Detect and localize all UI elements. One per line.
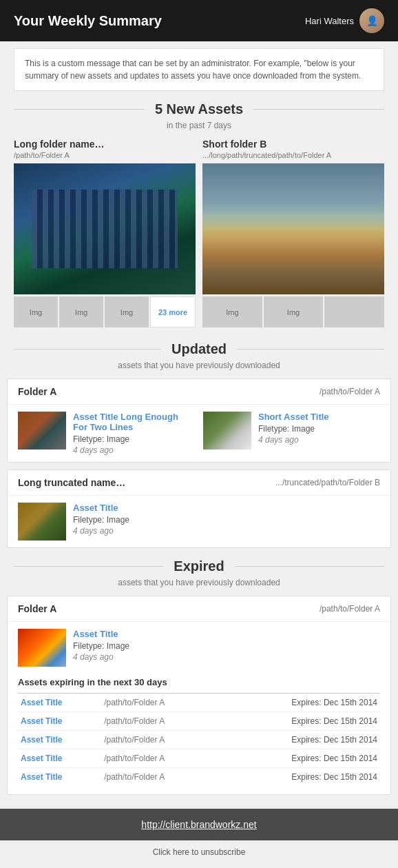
updated-divider: Updated <box>14 341 384 357</box>
asset-filetype-2: Filetype: Image <box>258 424 329 434</box>
folder-column-1: Long folder name… /path/to/Folder A Img … <box>14 139 196 327</box>
expiring-asset-path: /path/to/Folder A <box>101 731 218 749</box>
updated-folder-1-path: /path/to/Folder A <box>320 387 380 396</box>
expired-asset-date-1: 4 days ago <box>73 652 129 662</box>
expiring-title: Assets expiring in the next 30 days <box>18 674 380 687</box>
expiring-list-row: Asset Title /path/to/Folder A Expires: D… <box>18 712 380 731</box>
expiring-asset-expires: Expires: Dec 15th 2014 <box>218 768 380 787</box>
main-content: This is a custom message that can be set… <box>0 48 398 809</box>
header-user: Hari Walters 👤 <box>305 8 384 33</box>
expiring-asset-name[interactable]: Asset Title <box>18 712 101 731</box>
expiring-list: Asset Title /path/to/Folder A Expires: D… <box>18 693 380 786</box>
expired-folder-1-name: Folder A <box>18 603 56 614</box>
folder-1-thumbnails: Img Img Img 23 more <box>14 296 196 327</box>
folder-1-main-image <box>14 163 196 294</box>
expired-divider-right <box>235 566 384 567</box>
asset-link-1[interactable]: Asset Title Long Enough For Two Lines <box>73 412 195 432</box>
updated-folder-2-header: Long truncated name… .../truncated/path/… <box>8 470 390 496</box>
folder-2-name: Short folder B <box>202 139 384 150</box>
footer-unsubscribe: Click here to unsubscribe <box>0 840 398 864</box>
updated-content: Folder A /path/to/Folder A Asset Title L… <box>7 379 391 548</box>
expired-asset-thumb-1 <box>18 629 66 667</box>
new-assets-divider: 5 New Assets <box>14 101 384 117</box>
expired-folder-1-body: Asset Title Filetype: Image 4 days ago <box>8 622 390 674</box>
asset-filetype-3: Filetype: Image <box>73 515 129 525</box>
expired-content: Folder A /path/to/Folder A Asset Title F… <box>7 596 391 795</box>
expiring-asset-path: /path/to/Folder A <box>101 694 218 712</box>
folder-2-thumbnails: Img Img <box>202 296 384 327</box>
folder-1-path: /path/to/Folder A <box>14 151 196 159</box>
expiring-asset-name[interactable]: Asset Title <box>18 768 101 787</box>
thumb-4: Img <box>202 296 262 327</box>
expiring-asset-name[interactable]: Asset Title <box>18 731 101 749</box>
new-assets-grid: Long folder name… /path/to/Folder A Img … <box>14 139 384 327</box>
expiring-list-row: Asset Title /path/to/Folder A Expires: D… <box>18 731 380 749</box>
asset-item-2: Short Asset Title Filetype: Image 4 days… <box>203 412 380 455</box>
email-wrapper: Your Weekly Summary Hari Walters 👤 This … <box>0 0 398 864</box>
expiring-asset-expires: Expires: Dec 15th 2014 <box>218 731 380 749</box>
expired-subtitle: assets that you have previously download… <box>0 578 398 587</box>
expired-asset-filetype-1: Filetype: Image <box>73 641 129 651</box>
updated-folder-1-header: Folder A /path/to/Folder A <box>8 379 390 405</box>
expiring-asset-name[interactable]: Asset Title <box>18 694 101 712</box>
updated-folder-card-1: Folder A /path/to/Folder A Asset Title L… <box>7 379 391 463</box>
expired-asset-link-1[interactable]: Asset Title <box>73 629 129 639</box>
expiring-list-row: Asset Title /path/to/Folder A Expires: D… <box>18 749 380 768</box>
updated-folder-2-name: Long truncated name… <box>18 477 125 488</box>
updated-folder-1-body: Asset Title Long Enough For Two Lines Fi… <box>8 405 390 462</box>
expiring-asset-path: /path/to/Folder A <box>101 749 218 768</box>
new-assets-title: 5 New Assets <box>145 101 253 117</box>
updated-folder-card-2: Long truncated name… .../truncated/path/… <box>7 470 391 548</box>
footer-link-bar: http://client.brandworkz.net <box>0 809 398 840</box>
expiring-asset-name[interactable]: Asset Title <box>18 749 101 768</box>
expiring-list-row: Asset Title /path/to/Folder A Expires: D… <box>18 694 380 712</box>
asset-link-2[interactable]: Short Asset Title <box>258 412 329 422</box>
updated-divider-left <box>14 349 161 350</box>
asset-thumb-1 <box>18 412 66 450</box>
expiring-asset-expires: Expires: Dec 15th 2014 <box>218 749 380 768</box>
expiring-asset-path: /path/to/Folder A <box>101 768 218 787</box>
header-username: Hari Walters <box>305 16 354 26</box>
asset-thumb-2 <box>203 412 251 450</box>
updated-folder-2-path: .../truncated/path/to/Folder B <box>275 478 380 487</box>
expiring-asset-expires: Expires: Dec 15th 2014 <box>218 694 380 712</box>
thumb-2: Img <box>59 296 103 327</box>
folder-2-path: .../long/path/truncated/path/to/Folder A <box>202 151 384 159</box>
updated-folder-2-body: Asset Title Filetype: Image 4 days ago <box>8 496 390 547</box>
header-title: Your Weekly Summary <box>14 13 162 29</box>
folder-2-main-image <box>202 163 384 294</box>
expired-asset-info-1: Asset Title Filetype: Image 4 days ago <box>73 629 129 662</box>
footer-link[interactable]: http://client.brandworkz.net <box>141 819 256 830</box>
expired-title: Expired <box>163 558 234 574</box>
asset-info-2: Short Asset Title Filetype: Image 4 days… <box>258 412 329 445</box>
updated-folder-1-name: Folder A <box>18 386 56 397</box>
expired-folder-1-header: Folder A /path/to/Folder A <box>8 596 390 622</box>
thumb-empty <box>324 296 384 327</box>
unsubscribe-link[interactable]: Click here to unsubscribe <box>153 847 246 857</box>
expired-divider-left <box>14 566 163 567</box>
divider-left <box>14 109 145 110</box>
divider-right <box>253 109 384 110</box>
expired-divider: Expired <box>14 558 384 574</box>
asset-thumb-3 <box>18 503 66 541</box>
expiring-asset-expires: Expires: Dec 15th 2014 <box>218 712 380 731</box>
asset-item-3: Asset Title Filetype: Image 4 days ago <box>18 503 380 541</box>
thumb-more[interactable]: 23 more <box>150 296 196 327</box>
thumb-5: Img <box>264 296 324 327</box>
updated-subtitle: assets that you have previously download… <box>0 361 398 370</box>
avatar: 👤 <box>359 8 384 33</box>
new-assets-subtitle: in the past 7 days <box>0 121 398 130</box>
asset-info-3: Asset Title Filetype: Image 4 days ago <box>73 503 129 536</box>
updated-title: Updated <box>161 341 237 357</box>
folder-1-name: Long folder name… <box>14 139 196 150</box>
thumb-1: Img <box>14 296 58 327</box>
thumb-3: Img <box>105 296 149 327</box>
asset-link-3[interactable]: Asset Title <box>73 503 129 513</box>
expired-asset-item-1: Asset Title Filetype: Image 4 days ago <box>18 629 380 667</box>
expired-folder-card-1: Folder A /path/to/Folder A Asset Title F… <box>7 596 391 795</box>
asset-date-3: 4 days ago <box>73 526 129 536</box>
custom-message: This is a custom message that can be set… <box>14 48 384 91</box>
expired-folder-1-path: /path/to/Folder A <box>320 604 380 614</box>
updated-divider-right <box>237 349 384 350</box>
asset-date-2: 4 days ago <box>258 435 329 445</box>
